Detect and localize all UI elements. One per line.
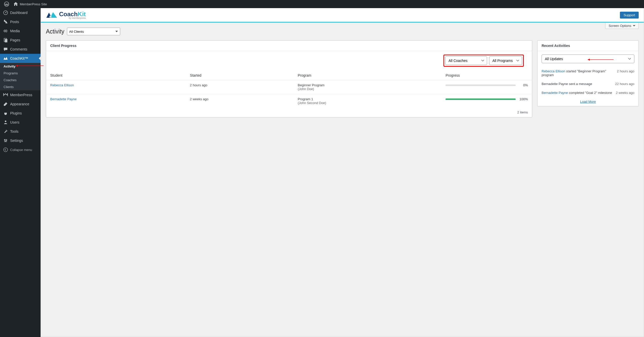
program-filter-select[interactable]: All Programs — [489, 56, 522, 65]
coachkit-banner: m CoachKit by memberpress Support — [41, 8, 644, 23]
menu-dashboard[interactable]: Dashboard — [0, 8, 41, 17]
submenu-coaches[interactable]: Coaches — [0, 77, 41, 83]
menu-comments[interactable]: Comments — [0, 45, 41, 54]
col-student: Student — [46, 71, 186, 80]
coachkit-logo-icon: m — [46, 11, 58, 19]
activity-item: Bernadette Payne sent a message 22 hours… — [538, 79, 638, 88]
client-progress-panel: Client Progress All Coaches All Programs — [46, 40, 532, 117]
student-link[interactable]: Bernadette Payne — [50, 97, 77, 101]
submenu-programs[interactable]: Programs — [0, 70, 41, 77]
chevron-down-icon — [633, 25, 635, 27]
table-row: Rebecca Ellison 2 hours ago Beginner Pro… — [46, 80, 532, 94]
menu-pages[interactable]: Pages — [0, 36, 41, 45]
svg-point-9 — [5, 121, 6, 122]
activity-filter-select[interactable]: All Updates — [542, 55, 634, 63]
menu-coachkit[interactable]: CoachKit™ — [0, 54, 41, 63]
activity-item: Bernadette Payne completed "Goal 2" mile… — [538, 88, 638, 97]
submenu-clients[interactable]: Clients — [0, 83, 41, 90]
menu-appearance[interactable]: Appearance — [0, 99, 41, 109]
table-row: Bernadette Payne 2 weeks ago Program 1(J… — [46, 94, 532, 108]
coachkit-logo: m CoachKit by memberpress — [46, 11, 86, 19]
activity-link[interactable]: Bernadette Payne — [542, 91, 568, 95]
svg-point-11 — [5, 141, 6, 142]
menu-media[interactable]: Media — [0, 26, 41, 36]
menu-posts[interactable]: Posts — [0, 17, 41, 26]
svg-point-13 — [4, 148, 8, 152]
menu-users[interactable]: Users — [0, 118, 41, 127]
items-count: 2 items — [46, 108, 532, 117]
client-progress-title: Client Progress — [46, 41, 532, 51]
submenu-activity[interactable]: Activity — [0, 63, 41, 70]
menu-settings[interactable]: Settings — [0, 136, 41, 145]
activity-link[interactable]: Rebecca Ellison — [542, 69, 565, 73]
progress-bar — [445, 85, 516, 86]
screen-options-tab[interactable]: Screen Options — [605, 23, 639, 29]
load-more-link[interactable]: Load More — [580, 100, 596, 104]
site-name[interactable]: MemberPress Site — [11, 0, 49, 8]
support-button[interactable]: Support — [620, 12, 639, 19]
client-progress-table: Student Started Program Progress Rebecca… — [46, 71, 532, 108]
col-program: Program — [294, 71, 441, 80]
svg-marker-8 — [16, 65, 18, 67]
activity-item: Rebecca Ellison started "Beginner Progra… — [538, 67, 638, 79]
col-progress: Progress — [441, 71, 532, 80]
filters-highlight-annotation: All Coaches All Programs — [443, 55, 524, 67]
site-name-label: MemberPress Site — [20, 2, 47, 6]
svg-point-10 — [4, 139, 5, 140]
coach-filter-select[interactable]: All Coaches — [445, 56, 487, 65]
student-link[interactable]: Rebecca Ellison — [50, 83, 74, 87]
progress-bar — [445, 98, 516, 100]
collapse-menu[interactable]: Collapse menu — [0, 145, 41, 154]
menu-plugins[interactable]: Plugins — [0, 109, 41, 118]
menu-memberpress[interactable]: MemberPress — [0, 90, 41, 99]
svg-point-2 — [5, 12, 6, 13]
recent-activities-title: Recent Activities — [538, 41, 638, 51]
svg-point-12 — [6, 140, 7, 141]
page-title: Activity — [46, 28, 64, 35]
svg-rect-6 — [5, 39, 7, 42]
coachkit-submenu: Activity Programs Coaches Clients — [0, 63, 41, 90]
admin-sidebar: Dashboard Posts Media Pages Comments Coa… — [0, 8, 41, 337]
svg-text:m: m — [50, 16, 51, 18]
menu-tools[interactable]: Tools — [0, 127, 41, 136]
page-header: Activity All Clients — [46, 28, 639, 35]
wp-logo[interactable] — [2, 0, 11, 8]
admin-bar: MemberPress Site — [0, 0, 644, 8]
col-started: Started — [186, 71, 294, 80]
content-area: m CoachKit by memberpress Support Screen… — [41, 8, 644, 337]
recent-activities-panel: Recent Activities All Updates Rebecca El… — [537, 40, 639, 106]
clients-filter-select[interactable]: All Clients — [67, 28, 120, 35]
svg-point-4 — [5, 31, 5, 31]
annotation-arrow-activity — [13, 64, 44, 67]
